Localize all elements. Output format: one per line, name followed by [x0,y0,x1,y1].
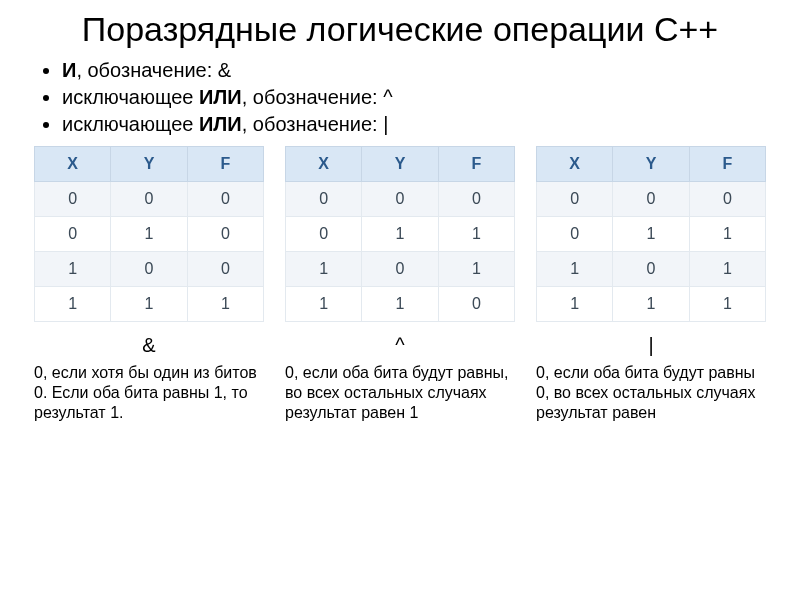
desc-or: 0, если оба бита будут равны 0, во всех … [536,363,766,423]
descriptions-row: 0, если хотя бы один из битов 0. Если об… [28,363,772,423]
th-y: Y [362,147,438,182]
th-f: F [689,147,765,182]
tables-row: X Y F 000 010 100 111 & X Y F 000 011 [28,146,772,357]
op-prefix-or: исключающее [62,113,199,135]
table-row: 000 [35,182,264,217]
op-rest-xor: , обозначение: ^ [242,86,393,108]
table-row: 111 [35,287,264,322]
block-or: X Y F 000 011 101 111 | [536,146,766,357]
th-y: Y [613,147,689,182]
table-row: 100 [35,252,264,287]
th-f: F [187,147,263,182]
th-x: X [286,147,362,182]
table-row: 110 [286,287,515,322]
th-f: F [438,147,514,182]
table-row: 000 [537,182,766,217]
op-name-xor: ИЛИ [199,86,242,108]
th-x: X [537,147,613,182]
op-rest-or: , обозначение: | [242,113,389,135]
table-row: 011 [537,217,766,252]
bullet-list: И, обозначение: & исключающее ИЛИ, обозн… [46,57,772,138]
slide-root: Поразрядные логические операции C++ И, о… [0,0,800,600]
truth-table-or: X Y F 000 011 101 111 [536,146,766,322]
table-row: 101 [286,252,515,287]
truth-table-xor: X Y F 000 011 101 110 [285,146,515,322]
th-y: Y [111,147,187,182]
op-name-and: И [62,59,76,81]
bullet-and: И, обозначение: & [62,57,772,84]
th-x: X [35,147,111,182]
table-row: 011 [286,217,515,252]
symbol-or: | [648,334,653,357]
page-title: Поразрядные логические операции C++ [28,10,772,49]
table-row: 101 [537,252,766,287]
table-row: 000 [286,182,515,217]
table-header-row: X Y F [35,147,264,182]
desc-and: 0, если хотя бы один из битов 0. Если об… [34,363,264,423]
op-name-or: ИЛИ [199,113,242,135]
block-and: X Y F 000 010 100 111 & [34,146,264,357]
desc-xor: 0, если оба бита будут равны, во всех ос… [285,363,515,423]
op-rest-and: , обозначение: & [76,59,231,81]
table-header-row: X Y F [537,147,766,182]
op-prefix-xor: исключающее [62,86,199,108]
truth-table-and: X Y F 000 010 100 111 [34,146,264,322]
block-xor: X Y F 000 011 101 110 ^ [285,146,515,357]
symbol-xor: ^ [395,334,404,357]
table-row: 010 [35,217,264,252]
symbol-and: & [142,334,155,357]
table-row: 111 [537,287,766,322]
table-header-row: X Y F [286,147,515,182]
bullet-or: исключающее ИЛИ, обозначение: | [62,111,772,138]
bullet-xor: исключающее ИЛИ, обозначение: ^ [62,84,772,111]
